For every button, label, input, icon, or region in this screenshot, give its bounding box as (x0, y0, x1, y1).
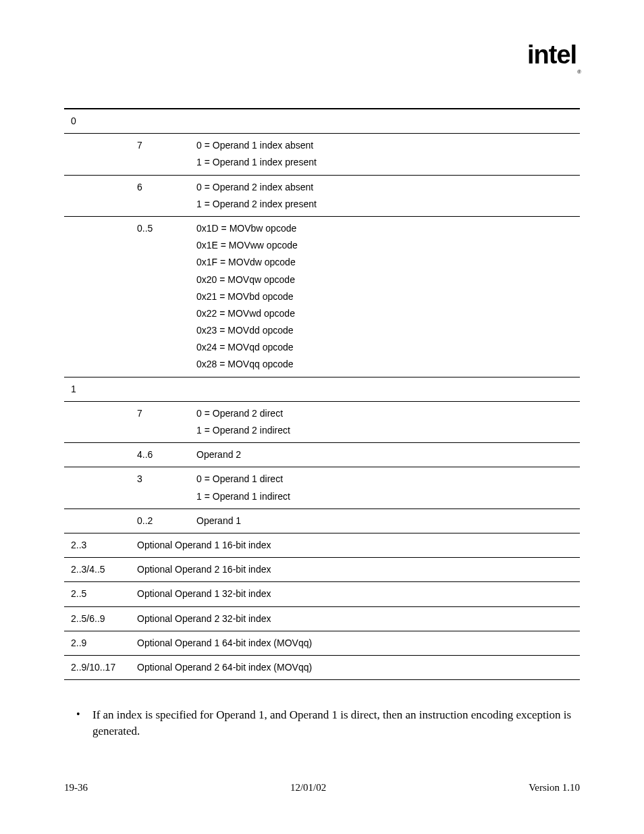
table-row: 0..2Operand 1 (64, 509, 580, 533)
bullet-icon: • (76, 707, 92, 722)
bit-cell (130, 377, 190, 401)
description-cell: Optional Operand 2 16-bit index (130, 558, 580, 582)
description-cell: 0 = Operand 2 index absent1 = Operand 2 … (190, 175, 580, 216)
bit-cell: 0..5 (130, 216, 190, 377)
bit-cell: 0..2 (130, 509, 190, 533)
table-row: 0 (64, 109, 580, 134)
table-row: 60 = Operand 2 index absent1 = Operand 2… (64, 175, 580, 216)
table-row: 0..50x1D = MOVbw opcode0x1E = MOVww opco… (64, 216, 580, 377)
intel-logo: intel® (527, 42, 580, 71)
table-row: 2..5Optional Operand 1 32-bit index (64, 582, 580, 606)
notes-list: • If an index is specified for Operand 1… (64, 707, 580, 739)
description-cell: Operand 1 (190, 509, 580, 533)
byte-cell: 2..3/4..5 (64, 558, 130, 582)
byte-cell: 0 (64, 109, 130, 134)
bit-cell: 7 (130, 401, 190, 442)
description-cell: Optional Operand 2 32-bit index (130, 606, 580, 631)
byte-cell (64, 509, 130, 533)
page-footer: 19-36 12/01/02 Version 1.10 (64, 782, 580, 793)
description-cell: Optional Operand 1 32-bit index (130, 582, 580, 606)
description-cell: 0 = Operand 1 index absent1 = Operand 1 … (190, 134, 580, 175)
byte-cell (64, 467, 130, 509)
logo-text: intel (527, 41, 576, 69)
description-cell: Optional Operand 2 64-bit index (MOVqq) (130, 655, 580, 679)
byte-cell: 1 (64, 377, 130, 401)
note-item: • If an index is specified for Operand 1… (76, 707, 580, 739)
description-cell: 0 = Operand 1 direct1 = Operand 1 indire… (190, 467, 580, 509)
note-text: If an index is specified for Operand 1, … (92, 707, 580, 739)
byte-cell: 2..3 (64, 533, 130, 557)
table-row: 2..9Optional Operand 1 64-bit index (MOV… (64, 631, 580, 655)
description-cell: Optional Operand 1 16-bit index (130, 533, 580, 557)
table-row: 70 = Operand 2 direct1 = Operand 2 indir… (64, 401, 580, 442)
byte-cell: 2..9 (64, 631, 130, 655)
table-row: 4..6Operand 2 (64, 443, 580, 467)
byte-cell (64, 216, 130, 377)
bit-cell: 3 (130, 467, 190, 509)
table-row: 2..3/4..5Optional Operand 2 16-bit index (64, 558, 580, 582)
byte-cell (64, 443, 130, 467)
byte-cell (64, 401, 130, 442)
description-cell (190, 377, 580, 401)
byte-cell (64, 134, 130, 175)
table-row: 30 = Operand 1 direct1 = Operand 1 indir… (64, 467, 580, 509)
description-cell (190, 109, 580, 134)
table-row: 70 = Operand 1 index absent1 = Operand 1… (64, 134, 580, 175)
page-number: 19-36 (64, 782, 88, 793)
byte-cell: 2..9/10..17 (64, 655, 130, 679)
description-cell: 0 = Operand 2 direct1 = Operand 2 indire… (190, 401, 580, 442)
bit-cell (130, 109, 190, 134)
main-content: 070 = Operand 1 index absent1 = Operand … (64, 108, 580, 739)
description-cell: Operand 2 (190, 443, 580, 467)
byte-cell: 2..5 (64, 582, 130, 606)
logo-registered: ® (577, 69, 581, 75)
footer-date: 12/01/02 (290, 782, 326, 793)
encoding-table: 070 = Operand 1 index absent1 = Operand … (64, 108, 580, 680)
byte-cell: 2..5/6..9 (64, 606, 130, 631)
table-row: 2..3Optional Operand 1 16-bit index (64, 533, 580, 557)
table-row: 2..9/10..17Optional Operand 2 64-bit ind… (64, 655, 580, 679)
bit-cell: 7 (130, 134, 190, 175)
bit-cell: 4..6 (130, 443, 190, 467)
footer-version: Version 1.10 (529, 782, 580, 793)
byte-cell (64, 175, 130, 216)
bit-cell: 6 (130, 175, 190, 216)
table-row: 1 (64, 377, 580, 401)
description-cell: 0x1D = MOVbw opcode0x1E = MOVww opcode0x… (190, 216, 580, 377)
description-cell: Optional Operand 1 64-bit index (MOVqq) (130, 631, 580, 655)
table-row: 2..5/6..9Optional Operand 2 32-bit index (64, 606, 580, 631)
